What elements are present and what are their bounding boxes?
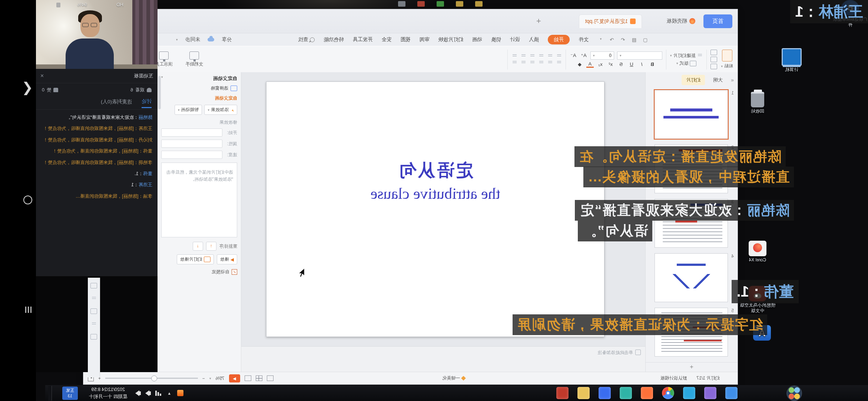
slide-sorter-view-icon[interactable] — [256, 375, 262, 381]
distribute-icon[interactable] — [520, 60, 526, 66]
zoom-out-button[interactable]: − — [202, 376, 205, 381]
decrease-font-icon[interactable]: A⁻ — [570, 53, 577, 58]
app-icon[interactable] — [398, 1, 405, 7]
add-effect-button[interactable]: 添加效果▾ — [204, 105, 237, 115]
collapse-panel-icon[interactable]: « — [731, 77, 734, 83]
expand-chevron-icon[interactable]: ❮ — [22, 80, 33, 95]
home-button[interactable]: 首页 — [703, 14, 732, 28]
menu-tab[interactable]: 视图 — [401, 36, 411, 43]
subscript-button[interactable]: x₂ — [597, 61, 604, 67]
paste-button[interactable]: 粘贴▾ — [721, 50, 733, 69]
taskbar-app-icon[interactable] — [725, 387, 738, 399]
field-select[interactable] — [161, 151, 222, 159]
align-center-icon[interactable] — [547, 60, 553, 66]
chevron-down-icon[interactable]: ▾ — [161, 75, 163, 82]
hidden-icons-arrow[interactable]: ▲ — [167, 391, 171, 395]
clipart-icon[interactable] — [90, 308, 97, 314]
template-name[interactable]: 默认设计模板 — [660, 375, 687, 381]
tab-slides[interactable]: 幻灯片 — [682, 75, 705, 85]
tab-outline[interactable]: 大纲 — [709, 75, 727, 85]
tab-discussion[interactable]: 讨论 — [142, 98, 152, 108]
taskbar-app-icon[interactable] — [662, 387, 674, 399]
menu-tab[interactable]: 插入 — [529, 36, 539, 43]
indent-icon[interactable] — [529, 54, 535, 59]
menu-tab[interactable]: 特色功能 — [324, 36, 344, 43]
animation-pane-icon[interactable] — [91, 296, 97, 301]
menu-tab[interactable]: 开发工具 — [353, 36, 373, 43]
chat-message-list[interactable]: 陈艳丽：欢迎大家来观看直播“定语从句”。 王浩苒：[陈艳丽]，我来围观你的直播啦… — [36, 110, 158, 204]
menu-tab[interactable]: 文件 — [579, 36, 589, 43]
highlight-button[interactable]: ◆ — [576, 61, 583, 67]
app-icon[interactable] — [417, 1, 425, 7]
bullets-icon[interactable] — [556, 54, 562, 59]
drag-grip-icon[interactable] — [25, 307, 32, 313]
slideshow-button[interactable]: 幻灯片播放 — [177, 254, 214, 264]
align-left-icon[interactable] — [556, 60, 562, 66]
reading-view-icon[interactable] — [245, 375, 251, 381]
new-tab-button[interactable]: + — [533, 16, 545, 26]
increase-font-icon[interactable]: A⁺ — [580, 53, 587, 58]
font-color-button[interactable]: A — [586, 61, 594, 68]
taskbar-app-icon[interactable] — [641, 387, 653, 399]
settings-icon[interactable] — [90, 334, 97, 340]
outdent-icon[interactable] — [538, 54, 544, 59]
network-icon[interactable] — [155, 391, 161, 396]
move-down-button[interactable]: ↓ — [193, 242, 203, 251]
start-button[interactable] — [786, 385, 802, 401]
save-icon[interactable]: ▢ — [642, 37, 649, 43]
format-painter-icon[interactable] — [710, 64, 717, 69]
tab-mic-list[interactable]: 连麦列表(0人) — [101, 98, 132, 107]
record-circle-icon[interactable] — [23, 196, 32, 204]
desktop-icon[interactable]: Corel X4 — [740, 241, 775, 263]
chevron-down-icon[interactable]: ▾ — [176, 38, 178, 41]
chart-icon[interactable] — [91, 321, 97, 327]
slideshow-play-button[interactable]: ▶ — [229, 374, 240, 382]
field-select[interactable] — [161, 140, 222, 148]
columns-icon[interactable] — [511, 54, 517, 59]
desktop-icon[interactable]: 回收站 — [740, 92, 775, 114]
share-button[interactable]: 分享 — [222, 36, 232, 43]
wechat-icon[interactable] — [437, 1, 444, 7]
menu-tab[interactable]: 安全 — [382, 36, 392, 43]
undo-icon[interactable]: ↶ — [620, 37, 626, 43]
taskbar-app-icon[interactable] — [556, 387, 569, 399]
new-slide-button[interactable]: 新建幻灯片▾ — [670, 53, 703, 59]
ribbon-big-button[interactable]: 文档助手 — [182, 51, 206, 68]
underline-button[interactable]: U — [628, 61, 635, 67]
menu-tab[interactable]: 审阅 — [420, 36, 430, 43]
animation-list[interactable]: 选中幻灯片的某个元素，然后单击“添加效果”添加动画。 — [161, 163, 237, 237]
speaker-icon[interactable] — [135, 390, 139, 396]
folder-icon[interactable] — [475, 1, 483, 7]
slide-thumbnail[interactable]: 1 — [655, 90, 728, 139]
add-slide-button[interactable]: + — [646, 362, 738, 372]
taskbar-app-icon[interactable] — [599, 387, 611, 399]
input-method-badge[interactable]: 五笔 13 — [62, 387, 78, 400]
justify-icon[interactable] — [529, 60, 535, 66]
close-icon[interactable]: × — [40, 73, 44, 79]
superscript-button[interactable]: x² — [607, 61, 614, 67]
layout-button[interactable]: 版式▾ — [676, 60, 697, 67]
menu-tab[interactable]: 切换 — [491, 36, 501, 43]
taskbar-app-icon[interactable] — [577, 387, 590, 399]
line-spacing-icon[interactable] — [520, 54, 526, 59]
chevron-down-icon[interactable]: ▾ — [209, 377, 211, 380]
tab-docer-templates[interactable]: 稻壳模板 — [661, 14, 700, 28]
menu-tab[interactable]: 动画 — [472, 36, 482, 43]
folder-icon[interactable] — [456, 1, 463, 7]
beautify-button[interactable]: 一键美化 — [442, 375, 465, 381]
field-select[interactable] — [161, 128, 222, 137]
tab-document[interactable]: 1定语从句复习.ppt — [579, 14, 642, 28]
redo-icon[interactable]: ↷ — [609, 37, 615, 43]
move-up-button[interactable]: ↑ — [206, 242, 216, 251]
taskbar-clock[interactable]: 2020/12/24 8:59 星期四 十一月初十 — [89, 386, 127, 400]
taskbar-app-icon[interactable] — [620, 387, 632, 399]
font-size-select[interactable]: 0▾ — [590, 51, 614, 60]
font-name-select[interactable]: ▾ — [617, 51, 662, 60]
zoom-slider[interactable] — [105, 378, 198, 379]
auto-preview-checkbox[interactable]: ✓ 自动预览 — [161, 269, 237, 275]
normal-view-icon[interactable] — [267, 375, 274, 381]
show-desktop-button[interactable] — [48, 386, 52, 401]
numbering-icon[interactable] — [547, 54, 553, 59]
pane-scrollbar[interactable] — [158, 76, 161, 109]
menu-tab[interactable]: 幻灯片放映 — [438, 36, 464, 43]
